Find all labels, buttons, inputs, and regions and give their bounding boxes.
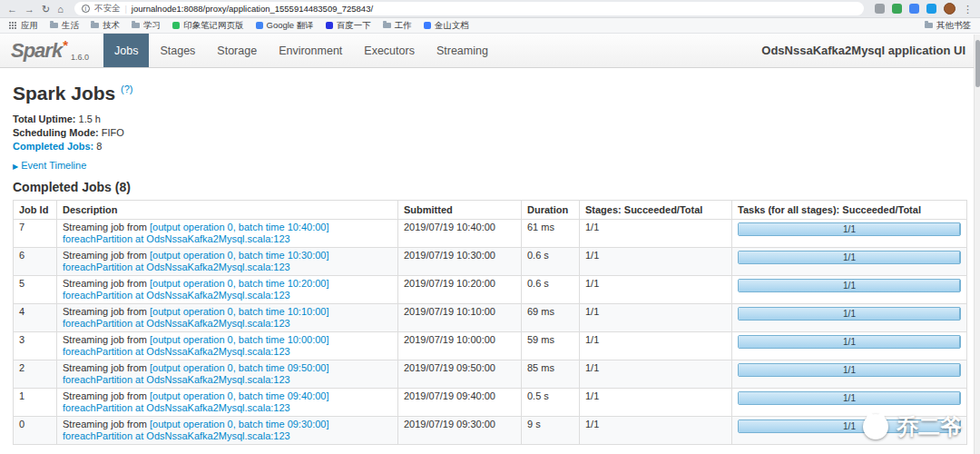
job-description-text: Streaming job from bbox=[63, 278, 150, 289]
job-batch-link[interactable]: [output operation 0, batch time 09:30:00… bbox=[150, 419, 329, 429]
menu-dots-icon[interactable]: ⋮ bbox=[963, 0, 973, 18]
bookmark-label: 金山文档 bbox=[435, 20, 469, 32]
tasks-progress-bar: 1/1 bbox=[738, 335, 961, 349]
bookmark-item[interactable]: 印象笔记网页版 bbox=[172, 20, 244, 32]
spark-logo-text: Spark bbox=[11, 39, 62, 63]
reading-list-icon[interactable] bbox=[875, 4, 885, 14]
column-header[interactable]: Description bbox=[57, 201, 398, 220]
summary-item: Scheduling Mode: FIFO bbox=[13, 127, 967, 139]
job-detail-link[interactable]: foreachPartition at OdsNssaKafka2Mysql.s… bbox=[63, 346, 290, 357]
job-description-text: Streaming job from bbox=[63, 419, 150, 429]
spark-logo[interactable]: Spark * 1.6.0 bbox=[0, 34, 103, 67]
job-stages-cell: 1/1 bbox=[580, 248, 732, 276]
job-stages-cell: 1/1 bbox=[580, 360, 732, 389]
bookmark-item[interactable]: 技术 bbox=[91, 20, 120, 32]
tab-stages[interactable]: Stages bbox=[149, 34, 206, 67]
tab-streaming[interactable]: Streaming bbox=[426, 34, 499, 67]
other-bookmarks[interactable]: 其他书签 bbox=[925, 20, 971, 32]
spark-star-icon: * bbox=[63, 37, 68, 53]
job-id-cell: 0 bbox=[14, 417, 57, 445]
job-detail-link[interactable]: foreachPartition at OdsNssaKafka2Mysql.s… bbox=[63, 262, 290, 272]
job-stages-cell: 1/1 bbox=[580, 417, 732, 445]
bookmark-item[interactable]: 学习 bbox=[132, 20, 161, 32]
profile-avatar[interactable] bbox=[944, 3, 956, 15]
back-icon[interactable]: ← bbox=[7, 0, 17, 18]
job-batch-link[interactable]: [output operation 0, batch time 10:00:00… bbox=[150, 334, 329, 345]
job-tasks-cell: 1/1 bbox=[732, 304, 967, 332]
bookmark-label: 生活 bbox=[62, 20, 79, 32]
job-tasks-cell: 1/1 bbox=[732, 360, 967, 389]
summary-label: Scheduling Mode: bbox=[13, 127, 99, 138]
spark-tabs: JobsStagesStorageEnvironmentExecutorsStr… bbox=[103, 34, 499, 67]
forward-icon[interactable]: → bbox=[24, 0, 34, 18]
completed-jobs-link[interactable]: Completed Jobs: bbox=[13, 141, 93, 152]
job-detail-link[interactable]: foreachPartition at OdsNssaKafka2Mysql.s… bbox=[63, 318, 290, 329]
summary-value: 8 bbox=[93, 141, 102, 152]
info-icon[interactable]: i bbox=[82, 5, 90, 13]
job-tasks-cell: 1/1 bbox=[732, 220, 967, 248]
extension-icon-teal[interactable] bbox=[926, 4, 936, 14]
job-detail-link[interactable]: foreachPartition at OdsNssaKafka2Mysql.s… bbox=[63, 374, 290, 385]
tab-storage[interactable]: Storage bbox=[206, 34, 268, 67]
tab-jobs[interactable]: Jobs bbox=[103, 34, 149, 67]
event-timeline-toggle[interactable]: ▶Event Timeline bbox=[13, 160, 967, 171]
job-tasks-cell: 1/1 bbox=[732, 417, 967, 445]
job-row: 0 Streaming job from [output operation 0… bbox=[14, 417, 967, 445]
job-submitted-cell: 2019/07/19 10:30:00 bbox=[398, 248, 522, 276]
tasks-progress-bar: 1/1 bbox=[738, 279, 961, 292]
bookmark-label: 印象笔记网页版 bbox=[183, 20, 244, 32]
job-batch-link[interactable]: [output operation 0, batch time 10:40:00… bbox=[150, 222, 329, 232]
tab-executors[interactable]: Executors bbox=[353, 34, 426, 67]
tab-environment[interactable]: Environment bbox=[268, 34, 353, 67]
scrollbar-thumb[interactable] bbox=[975, 40, 980, 87]
bookmark-item[interactable]: 应用 bbox=[9, 20, 38, 32]
bookmark-item[interactable]: 工作 bbox=[383, 20, 412, 32]
job-detail-link[interactable]: foreachPartition at OdsNssaKafka2Mysql.s… bbox=[63, 402, 290, 413]
job-detail-link[interactable]: foreachPartition at OdsNssaKafka2Mysql.s… bbox=[63, 430, 290, 441]
job-batch-link[interactable]: [output operation 0, batch time 10:30:00… bbox=[150, 250, 329, 261]
table-header-row: Job IdDescriptionSubmittedDurationStages… bbox=[14, 201, 967, 220]
column-header[interactable]: Job Id bbox=[14, 201, 57, 220]
extension-icon-blue[interactable] bbox=[909, 4, 919, 14]
refresh-icon[interactable]: ↻ bbox=[42, 0, 50, 18]
job-detail-link[interactable]: foreachPartition at OdsNssaKafka2Mysql.s… bbox=[63, 290, 290, 301]
job-description-text: Streaming job from bbox=[63, 390, 150, 401]
browser-toolbar: ← → ↻ ⌂ i 不安全 | journalnode1:8088/proxy/… bbox=[0, 0, 980, 18]
column-header[interactable]: Stages: Succeeded/Total bbox=[580, 201, 732, 220]
bookmark-label: Google 翻译 bbox=[267, 20, 314, 32]
tasks-progress-bar: 1/1 bbox=[738, 222, 961, 236]
page-scrollbar[interactable] bbox=[974, 35, 980, 454]
bookmark-label: 技术 bbox=[103, 20, 120, 32]
job-batch-link[interactable]: [output operation 0, batch time 09:50:00… bbox=[150, 362, 329, 373]
job-id-cell: 4 bbox=[14, 304, 57, 332]
column-header[interactable]: Submitted bbox=[398, 201, 522, 220]
bookmark-label: 应用 bbox=[21, 20, 38, 32]
bookmark-item[interactable]: 生活 bbox=[50, 20, 79, 32]
job-row: 5 Streaming job from [output operation 0… bbox=[14, 276, 967, 304]
job-submitted-cell: 2019/07/19 10:20:00 bbox=[398, 276, 522, 304]
address-bar[interactable]: i 不安全 | journalnode1:8088/proxy/applicat… bbox=[74, 2, 864, 15]
progress-label: 1/1 bbox=[843, 365, 856, 375]
summary-label: Total Uptime: bbox=[13, 114, 75, 124]
job-batch-link[interactable]: [output operation 0, batch time 10:20:00… bbox=[150, 278, 329, 289]
job-row: 6 Streaming job from [output operation 0… bbox=[14, 248, 967, 276]
job-duration-cell: 69 ms bbox=[522, 304, 580, 332]
progress-label: 1/1 bbox=[843, 393, 856, 403]
favicon-icon bbox=[256, 22, 263, 29]
bookmark-item[interactable]: Google 翻译 bbox=[256, 20, 314, 32]
job-batch-link[interactable]: [output operation 0, batch time 09:40:00… bbox=[150, 390, 329, 401]
extension-icon-green[interactable] bbox=[892, 4, 902, 14]
page-content: Spark Jobs (?) Total Uptime: 1.5 hSchedu… bbox=[0, 68, 980, 445]
summary-value: 1.5 h bbox=[75, 114, 101, 124]
bookmark-item[interactable]: 金山文档 bbox=[424, 20, 469, 32]
help-link[interactable]: (?) bbox=[121, 84, 132, 94]
column-header[interactable]: Tasks (for all stages): Succeeded/Total bbox=[732, 201, 967, 220]
job-id-cell: 1 bbox=[14, 389, 57, 417]
tasks-progress-bar: 1/1 bbox=[738, 363, 961, 377]
job-batch-link[interactable]: [output operation 0, batch time 10:10:00… bbox=[150, 306, 329, 317]
column-header[interactable]: Duration bbox=[522, 201, 580, 220]
job-submitted-cell: 2019/07/19 09:50:00 bbox=[398, 360, 522, 389]
bookmark-item[interactable]: 百度一下 bbox=[326, 20, 371, 32]
job-detail-link[interactable]: foreachPartition at OdsNssaKafka2Mysql.s… bbox=[63, 233, 290, 244]
home-icon[interactable]: ⌂ bbox=[57, 0, 64, 18]
